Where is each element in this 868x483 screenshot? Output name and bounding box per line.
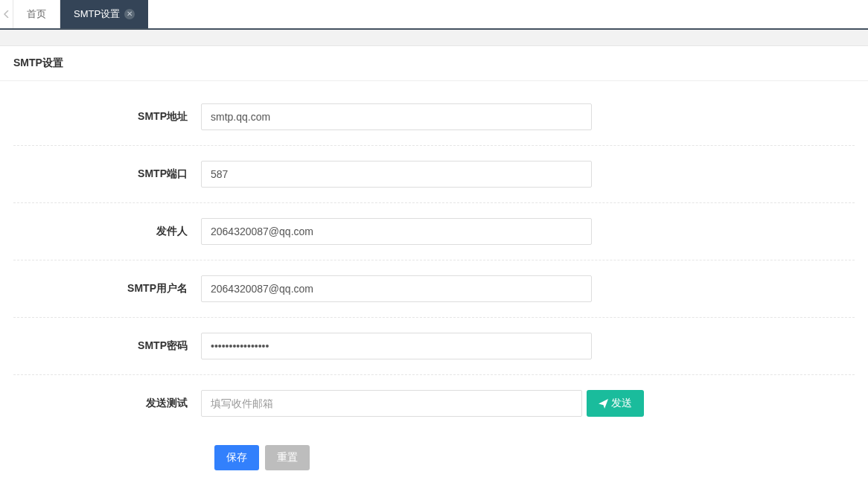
input-smtp-pass[interactable] <box>201 333 592 359</box>
input-smtp-port[interactable] <box>201 161 592 188</box>
save-button[interactable]: 保存 <box>214 445 259 470</box>
label-smtp-user: SMTP用户名 <box>13 282 201 295</box>
label-smtp-addr: SMTP地址 <box>13 110 201 124</box>
input-smtp-addr[interactable] <box>201 103 592 130</box>
paper-plane-icon <box>599 399 608 409</box>
row-smtp-addr: SMTP地址 <box>13 89 855 146</box>
label-sender: 发件人 <box>13 225 201 238</box>
input-test-email[interactable] <box>201 390 582 417</box>
toolbar-strip <box>0 30 868 46</box>
close-icon[interactable]: ✕ <box>124 9 135 19</box>
row-smtp-user: SMTP用户名 <box>13 260 855 318</box>
smtp-form: SMTP地址 SMTP端口 发件人 SMTP用户名 SMTP密码 <box>0 81 868 483</box>
label-smtp-pass: SMTP密码 <box>13 339 201 353</box>
send-button[interactable]: 发送 <box>587 390 644 417</box>
tab-smtp-label: SMTP设置 <box>74 7 120 21</box>
input-sender[interactable] <box>201 218 592 245</box>
chevron-left-icon <box>4 10 10 18</box>
tab-smtp-settings[interactable]: SMTP设置 ✕ <box>60 0 148 28</box>
row-sender: 发件人 <box>13 203 855 260</box>
input-smtp-user[interactable] <box>201 275 592 302</box>
label-send-test: 发送测试 <box>13 397 201 410</box>
label-smtp-port: SMTP端口 <box>13 167 201 181</box>
tab-scroll-left[interactable] <box>0 0 13 28</box>
form-actions: 保存 重置 <box>13 432 855 478</box>
page-title: SMTP设置 <box>0 46 868 81</box>
content-panel: SMTP设置 SMTP地址 SMTP端口 发件人 SMTP用户名 <box>0 46 868 483</box>
row-smtp-pass: SMTP密码 <box>13 318 855 375</box>
tab-home[interactable]: 首页 <box>13 0 60 28</box>
row-send-test: 发送测试 发送 <box>13 375 855 432</box>
reset-button[interactable]: 重置 <box>265 445 310 470</box>
tab-home-label: 首页 <box>27 7 46 21</box>
row-smtp-port: SMTP端口 <box>13 146 855 203</box>
tab-bar: 首页 SMTP设置 ✕ <box>0 0 868 30</box>
send-button-label: 发送 <box>611 397 632 410</box>
